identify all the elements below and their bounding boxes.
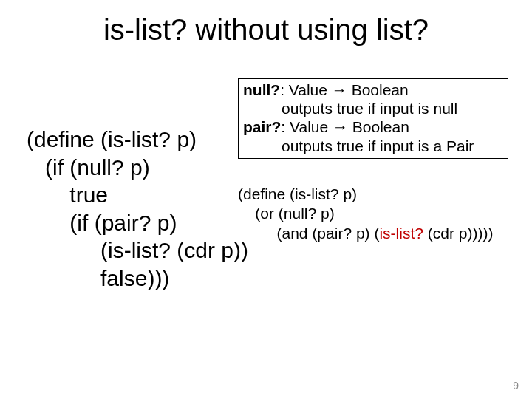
sig-type-pair: : Value → Boolean (281, 118, 409, 135)
slide-number: 9 (513, 380, 519, 392)
signature-line: null?: Value → Boolean (243, 81, 503, 99)
sig-desc-pair: outputs true if input is a Pair (243, 137, 503, 155)
code-line: (is-list? (cdr p)) (27, 238, 248, 262)
code-line: true (27, 183, 108, 207)
slide-title: is-list? without using list? (0, 13, 532, 47)
code-line: (if (null? p) (27, 155, 150, 180)
code-fragment: (and (pair? p) ( (238, 225, 379, 242)
type-signature-box: null?: Value → Boolean outputs true if i… (238, 78, 508, 159)
code-block-left: (define (is-list? p) (if (null? p) true … (27, 126, 248, 292)
recursive-call: is-list? (379, 225, 423, 242)
code-line: (define (is-list? p) (238, 185, 357, 202)
sig-type-null: : Value → Boolean (280, 81, 409, 98)
code-line: (if (pair? p) (27, 211, 177, 235)
code-line: (define (is-list? p) (27, 127, 197, 151)
sig-desc-null: outputs true if input is null (243, 99, 503, 117)
code-line: (or (null? p) (238, 205, 335, 222)
sig-name-pair: pair? (243, 118, 281, 135)
code-fragment: (cdr p))))) (423, 225, 493, 242)
signature-line: pair?: Value → Boolean (243, 117, 503, 136)
code-line: false))) (27, 266, 169, 290)
code-block-right: (define (is-list? p) (or (null? p) (and … (238, 185, 493, 243)
code-line: (and (pair? p) (is-list? (cdr p))))) (238, 225, 493, 242)
sig-name-null: null? (243, 81, 280, 98)
